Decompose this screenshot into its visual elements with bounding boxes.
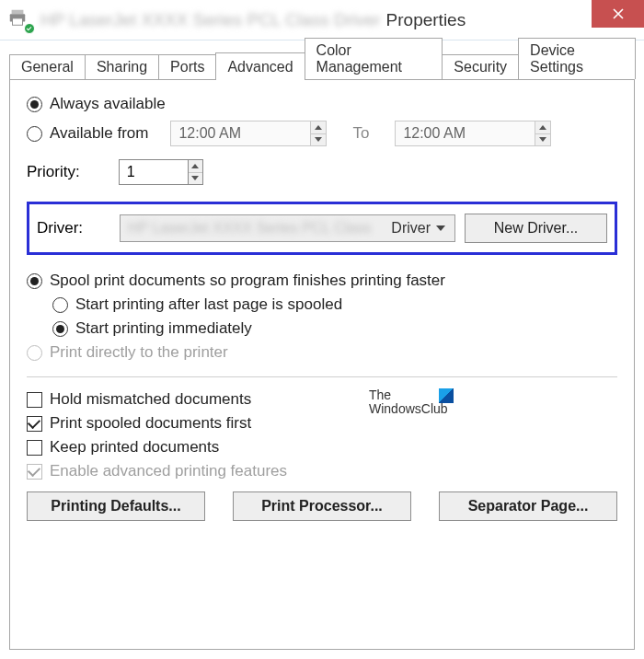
driver-label: Driver:: [37, 219, 83, 237]
label-start-immediately: Start printing immediately: [75, 319, 252, 338]
priority-down[interactable]: [189, 173, 202, 185]
titlebar: HP LaserJet XXXX Series PCL Class Driver…: [0, 0, 644, 40]
priority-label: Priority:: [27, 163, 80, 181]
watermark: The WindowsClub: [369, 388, 454, 417]
svg-rect-2: [13, 17, 23, 24]
check-keep-printed[interactable]: Keep printed documents: [27, 438, 219, 457]
label-spooled-first: Print spooled documents first: [50, 414, 251, 433]
time-from-up[interactable]: [311, 121, 327, 134]
radio-always-available[interactable]: Always available: [27, 95, 166, 113]
label-available-from: Available from: [50, 124, 148, 143]
tab-sharing[interactable]: Sharing: [85, 54, 159, 79]
time-to-input[interactable]: [396, 125, 534, 142]
driver-selected: Driver: [391, 220, 431, 237]
tab-device-settings[interactable]: Device Settings: [518, 38, 636, 79]
time-to-up[interactable]: [535, 121, 551, 134]
printer-icon: [7, 7, 33, 33]
title-redacted: HP LaserJet XXXX Series PCL Class Driver: [40, 10, 381, 30]
printing-defaults-button[interactable]: Printing Defaults...: [27, 491, 205, 521]
check-spooled-first[interactable]: Print spooled documents first: [27, 414, 251, 433]
tab-color-management[interactable]: Color Management: [305, 38, 443, 79]
check-adv-features[interactable]: Enable advanced printing features: [27, 462, 287, 480]
label-spool: Spool print documents so program finishe…: [50, 272, 445, 290]
label-print-direct: Print directly to the printer: [50, 343, 228, 362]
check-hold-mismatched[interactable]: Hold mismatched documents: [27, 390, 251, 409]
radio-available-from[interactable]: Available from: [27, 124, 148, 143]
tab-advanced[interactable]: Advanced: [215, 52, 305, 80]
tab-general[interactable]: General: [9, 54, 86, 79]
time-from-down[interactable]: [311, 134, 327, 146]
label-always-available: Always available: [50, 95, 166, 113]
radio-start-immediately[interactable]: Start printing immediately: [52, 319, 252, 338]
window-title: Properties: [386, 10, 466, 30]
label-adv-features: Enable advanced printing features: [50, 462, 287, 480]
chevron-down-icon: [436, 225, 445, 231]
label-keep-printed: Keep printed documents: [50, 438, 219, 457]
radio-start-after-last[interactable]: Start printing after last page is spoole…: [52, 295, 342, 314]
properties-window: HP LaserJet XXXX Series PCL Class Driver…: [0, 0, 644, 659]
radio-print-direct[interactable]: Print directly to the printer: [27, 343, 228, 362]
close-button[interactable]: [592, 0, 644, 28]
time-from[interactable]: [170, 121, 327, 146]
radio-spool[interactable]: Spool print documents so program finishe…: [27, 272, 445, 290]
label-hold-mismatched: Hold mismatched documents: [50, 390, 251, 409]
label-to: To: [352, 124, 369, 143]
separator-page-button[interactable]: Separator Page...: [439, 491, 617, 521]
separator: [27, 376, 617, 377]
tab-security[interactable]: Security: [442, 54, 519, 79]
time-to-down[interactable]: [535, 134, 551, 146]
driver-select[interactable]: HP LaserJet XXXX Series PCL Class Driver: [120, 214, 455, 242]
svg-rect-0: [12, 9, 24, 14]
time-from-input[interactable]: [171, 125, 309, 142]
priority-up[interactable]: [189, 160, 202, 173]
label-start-after-last: Start printing after last page is spoole…: [75, 295, 342, 314]
priority-input[interactable]: [120, 164, 188, 180]
advanced-panel: Always available Available from To: [9, 79, 635, 650]
tab-strip: General Sharing Ports Advanced Color Man…: [9, 52, 635, 79]
time-to[interactable]: [395, 121, 551, 146]
driver-highlight: Driver: HP LaserJet XXXX Series PCL Clas…: [27, 202, 617, 255]
tab-ports[interactable]: Ports: [158, 54, 216, 79]
print-processor-button[interactable]: Print Processor...: [233, 491, 411, 521]
new-driver-button[interactable]: New Driver...: [465, 214, 607, 243]
priority-stepper[interactable]: [119, 159, 203, 185]
